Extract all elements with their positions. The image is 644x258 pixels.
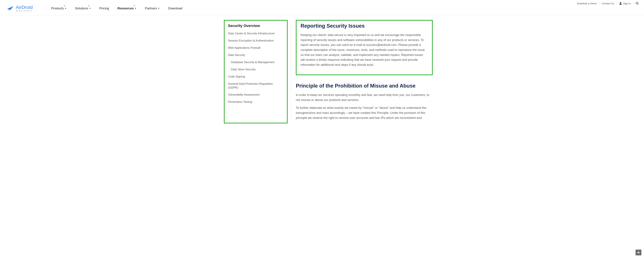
svg-marker-2 <box>7 6 14 9</box>
nav-label: Resources <box>118 6 134 10</box>
search-icon <box>636 2 639 5</box>
chevron-down-icon: ▼ <box>134 7 136 9</box>
logo-text: AirDroid Sand Studio <box>16 5 33 12</box>
sidebar-item-data-security[interactable]: Data Security <box>228 53 284 57</box>
nav-label: Pricing <box>99 6 109 10</box>
notification-dot <box>134 5 135 6</box>
chevron-down-icon: ▼ <box>89 7 91 9</box>
sidebar-item-gdpr[interactable]: General Data Protection Regulation (GDPR… <box>228 82 284 90</box>
nav-label: Solutions <box>75 6 88 10</box>
contact-us-link[interactable]: Contact Us <box>602 2 614 5</box>
sidebar-item-penetration-testing[interactable]: Penetration Testing <box>228 100 284 104</box>
sidebar: Security Overview Data Center & Security… <box>224 20 288 124</box>
chevron-down-icon: ▼ <box>158 7 160 9</box>
main-header: AirDroid Sand Studio Products ▼ Solution… <box>0 5 644 15</box>
nav-label: Products <box>51 6 64 10</box>
section-body: Keeping our clients' data secure is very… <box>300 33 428 67</box>
sidebar-list: Data Center & Security Infrastructure Se… <box>228 32 284 104</box>
notification-dot <box>88 5 89 6</box>
section-title: Reporting Security Issues <box>300 23 428 29</box>
nav-resources[interactable]: Resources ▼ <box>118 6 136 10</box>
sidebar-item-session-encryption[interactable]: Session Encryption & Authentication <box>228 39 284 43</box>
sidebar-item-data-store-security[interactable]: Data Store Security <box>228 68 284 72</box>
user-icon <box>619 2 622 5</box>
sidebar-title: Security Overview <box>228 24 284 28</box>
main-content: Reporting Security Issues Keeping our cl… <box>296 20 440 124</box>
chevron-down-icon: ▼ <box>64 7 66 9</box>
search-button[interactable] <box>636 2 639 5</box>
utility-bar: Schedule a Demo Contact Us Sign in <box>0 0 644 5</box>
sidebar-item-database-security[interactable]: Database Security & Management <box>228 60 284 64</box>
sidebar-item-code-signing[interactable]: Code Signing <box>228 75 284 79</box>
sign-in-label: Sign in <box>623 2 631 5</box>
section-reporting-security-issues: Reporting Security Issues Keeping our cl… <box>296 20 433 75</box>
vertical-divider <box>291 20 291 124</box>
schedule-demo-link[interactable]: Schedule a Demo <box>577 2 597 5</box>
nav-solutions[interactable]: Solutions ▼ <box>75 6 91 10</box>
logo[interactable]: AirDroid Sand Studio <box>7 5 33 12</box>
nav-products[interactable]: Products ▼ <box>51 6 66 10</box>
nav-pricing[interactable]: Pricing <box>99 6 109 10</box>
logo-brand: AirDroid <box>16 5 33 10</box>
nav-download[interactable]: Download <box>168 6 182 10</box>
main-nav: Products ▼ Solutions ▼ Pricing Resources… <box>51 6 182 10</box>
section-paragraph: In order to keep our services operating … <box>296 93 433 103</box>
divider <box>616 2 617 5</box>
sidebar-item-vulnerability-assessment[interactable]: Vulnerability Assessment <box>228 93 284 97</box>
nav-partners[interactable]: Partners ▼ <box>145 6 160 10</box>
sidebar-item-waf[interactable]: Web Applications Firewall <box>228 46 284 50</box>
sign-in-link[interactable]: Sign in <box>619 2 631 5</box>
logo-icon <box>7 5 14 11</box>
logo-subtitle: Sand Studio <box>16 10 33 12</box>
divider <box>599 2 600 5</box>
notification-dot <box>64 5 65 6</box>
sidebar-item-data-center[interactable]: Data Center & Security Infrastructure <box>228 32 284 35</box>
section-title: Principle of the Prohibition of Misuse a… <box>296 83 433 89</box>
page-body: Security Overview Data Center & Security… <box>201 20 443 124</box>
section-paragraph: To further elaborate on what exactly we … <box>296 106 433 120</box>
svg-line-1 <box>638 4 638 4</box>
nav-label: Partners <box>145 6 157 10</box>
svg-point-0 <box>636 2 638 4</box>
section-prohibition-misuse: Principle of the Prohibition of Misuse a… <box>296 83 433 120</box>
divider <box>633 2 633 5</box>
nav-label: Download <box>168 6 182 10</box>
